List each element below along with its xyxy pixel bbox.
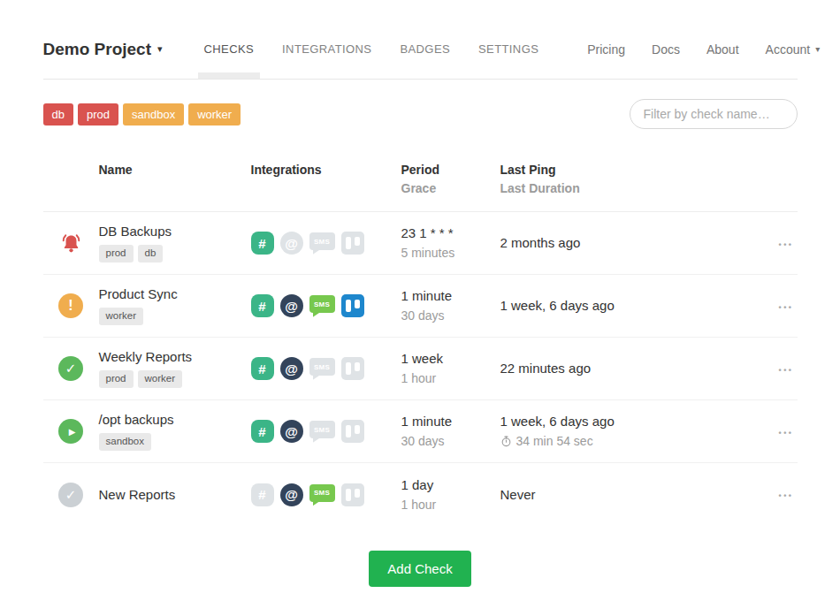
sms-integration-icon <box>309 358 335 376</box>
alert-bell-icon <box>58 231 83 255</box>
last-ping-cell: 22 minutes ago <box>500 359 759 378</box>
check-period: 23 1 * * * <box>401 224 500 243</box>
check-name: DB Backups <box>99 224 251 239</box>
menu-cell <box>759 294 798 318</box>
account-menu[interactable]: Account ▾ <box>766 42 821 57</box>
trello-integration-icon <box>341 357 364 380</box>
check-row-opt-backups[interactable]: /opt backups sandbox 1 minute 30 days 1 … <box>43 400 798 463</box>
slack-integration-icon <box>251 420 274 443</box>
name-cell: New Reports <box>99 487 251 502</box>
check-menu-button[interactable] <box>775 357 798 381</box>
add-check-button[interactable]: Add Check <box>369 551 470 587</box>
link-docs[interactable]: Docs <box>652 42 680 57</box>
check-row-db-backups[interactable]: DB Backups prod db 23 1 * * * 5 minutes … <box>43 212 798 275</box>
sms-integration-icon <box>309 295 335 313</box>
check-grace: 30 days <box>401 431 500 451</box>
last-ping: 22 minutes ago <box>500 359 759 378</box>
check-tags: sandbox <box>99 433 251 451</box>
check-name-filter-input[interactable] <box>630 99 798 129</box>
sms-integration-icon <box>309 232 335 250</box>
ellipsis-icon <box>779 429 794 437</box>
period-cell: 1 minute 30 days <box>401 412 500 451</box>
check-row-product-sync[interactable]: Product Sync worker 1 minute 30 days 1 w… <box>43 275 798 338</box>
name-cell: /opt backups sandbox <box>99 412 251 451</box>
last-ping: 1 week, 6 days ago <box>500 296 759 316</box>
check-period: 1 minute <box>401 412 500 431</box>
check-tag: prod <box>99 245 134 262</box>
link-about[interactable]: About <box>706 42 739 57</box>
email-integration-icon <box>280 294 303 317</box>
project-name: Demo Project <box>43 40 151 59</box>
check-ok-icon <box>58 356 83 381</box>
trello-integration-icon <box>341 483 364 506</box>
project-switcher[interactable]: Demo Project ▾ <box>43 19 163 79</box>
check-tag: sandbox <box>99 433 151 451</box>
header-last-ping: Last Ping <box>500 161 759 179</box>
sms-integration-icon <box>309 421 335 438</box>
trello-integration-icon <box>341 232 364 255</box>
slack-integration-icon <box>251 357 274 380</box>
slack-integration-icon <box>251 483 274 506</box>
email-integration-icon <box>280 420 303 443</box>
integrations-cell <box>251 357 401 380</box>
check-name: Weekly Reports <box>99 349 251 364</box>
check-row-new-reports[interactable]: New Reports 1 day 1 hour Never <box>43 463 798 526</box>
trello-integration-icon <box>341 294 364 317</box>
filter-tag-prod[interactable]: prod <box>78 103 118 125</box>
check-tag: worker <box>99 308 144 325</box>
sms-integration-icon <box>309 484 335 502</box>
period-cell: 1 minute 30 days <box>401 286 500 325</box>
name-cell: DB Backups prod db <box>99 224 251 262</box>
ellipsis-icon <box>779 366 794 375</box>
integrations-cell <box>251 483 401 506</box>
tab-badges[interactable]: BADGES <box>393 19 456 79</box>
ellipsis-icon <box>779 303 794 312</box>
check-grace: 30 days <box>401 306 500 325</box>
menu-cell <box>759 357 798 381</box>
check-period: 1 week <box>401 349 500 369</box>
new-check-icon <box>58 483 83 507</box>
running-play-icon <box>58 419 83 444</box>
check-tag: db <box>138 245 164 262</box>
tab-integrations[interactable]: INTEGRATIONS <box>276 19 378 79</box>
last-ping-cell: Never <box>500 485 759 505</box>
period-cell: 23 1 * * * 5 minutes <box>401 224 500 262</box>
name-cell: Weekly Reports prod worker <box>99 349 251 388</box>
integrations-cell <box>251 232 401 255</box>
filter-tag-worker[interactable]: worker <box>188 103 241 125</box>
header-last-duration: Last Duration <box>500 179 759 198</box>
check-row-weekly-reports[interactable]: Weekly Reports prod worker 1 week 1 hour… <box>43 338 798 400</box>
check-name: New Reports <box>99 487 251 502</box>
menu-cell <box>759 420 798 444</box>
last-ping: 2 months ago <box>500 233 759 253</box>
header-grace: Grace <box>401 179 500 198</box>
check-menu-button[interactable] <box>775 483 798 506</box>
email-integration-icon <box>280 357 303 380</box>
link-pricing[interactable]: Pricing <box>587 42 625 57</box>
stopwatch-icon <box>500 436 512 447</box>
ellipsis-icon <box>779 491 794 500</box>
header-lastping: Last Ping Last Duration <box>500 161 759 198</box>
header-period: Period <box>401 161 500 179</box>
account-label: Account <box>766 42 811 57</box>
last-duration: 34 min 54 sec <box>500 431 759 451</box>
email-integration-icon <box>280 483 303 506</box>
check-tags: prod db <box>99 245 251 262</box>
nav-links: Pricing Docs About Account ▾ <box>561 19 820 79</box>
warning-icon <box>58 293 83 318</box>
check-menu-button[interactable] <box>775 420 798 444</box>
last-ping: 1 week, 6 days ago <box>500 412 759 431</box>
integrations-cell <box>251 294 401 317</box>
check-name: /opt backups <box>99 412 251 427</box>
filter-tag-db[interactable]: db <box>43 103 73 125</box>
period-cell: 1 day 1 hour <box>401 475 500 514</box>
check-menu-button[interactable] <box>775 232 798 255</box>
filter-tag-sandbox[interactable]: sandbox <box>123 103 184 125</box>
check-menu-button[interactable] <box>775 294 798 318</box>
slack-integration-icon <box>251 232 274 255</box>
tab-checks[interactable]: CHECKS <box>198 19 261 79</box>
status-cell <box>43 419 99 444</box>
status-cell <box>43 293 99 318</box>
last-ping-cell: 2 months ago <box>500 233 759 253</box>
tab-settings[interactable]: SETTINGS <box>472 19 545 79</box>
